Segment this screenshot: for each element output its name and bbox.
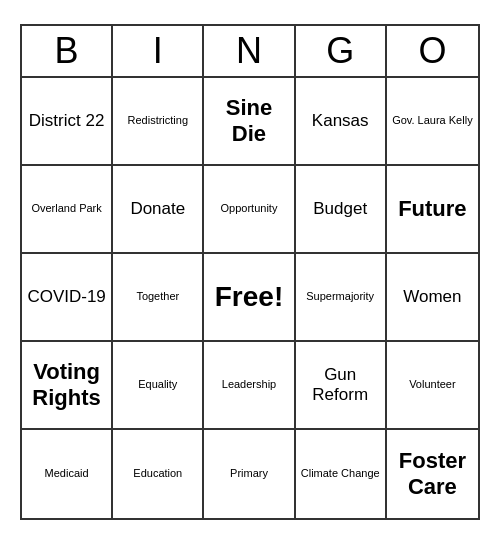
cell-text-15: Voting Rights <box>26 359 107 412</box>
cell-text-6: Donate <box>130 199 185 219</box>
bingo-cell-8: Budget <box>296 166 387 254</box>
bingo-cell-1: Redistricting <box>113 78 204 166</box>
cell-text-17: Leadership <box>222 378 276 391</box>
cell-text-21: Education <box>133 467 182 480</box>
cell-text-0: District 22 <box>29 111 105 131</box>
cell-text-16: Equality <box>138 378 177 391</box>
cell-text-4: Gov. Laura Kelly <box>392 114 473 127</box>
bingo-cell-7: Opportunity <box>204 166 295 254</box>
cell-text-14: Women <box>403 287 461 307</box>
bingo-cell-2: Sine Die <box>204 78 295 166</box>
bingo-cell-23: Climate Change <box>296 430 387 518</box>
cell-text-13: Supermajority <box>306 290 374 303</box>
header-letter-i: I <box>113 26 204 76</box>
cell-text-20: Medicaid <box>45 467 89 480</box>
bingo-cell-0: District 22 <box>22 78 113 166</box>
cell-text-7: Opportunity <box>221 202 278 215</box>
cell-text-23: Climate Change <box>301 467 380 480</box>
cell-text-12: Free! <box>215 280 283 314</box>
bingo-cell-17: Leadership <box>204 342 295 430</box>
bingo-cell-24: Foster Care <box>387 430 478 518</box>
cell-text-3: Kansas <box>312 111 369 131</box>
bingo-cell-12: Free! <box>204 254 295 342</box>
bingo-cell-18: Gun Reform <box>296 342 387 430</box>
cell-text-19: Volunteer <box>409 378 455 391</box>
bingo-cell-13: Supermajority <box>296 254 387 342</box>
cell-text-1: Redistricting <box>128 114 189 127</box>
bingo-cell-10: COVID-19 <box>22 254 113 342</box>
cell-text-18: Gun Reform <box>300 365 381 406</box>
header-letter-b: B <box>22 26 113 76</box>
bingo-header: BINGO <box>22 26 478 78</box>
cell-text-9: Future <box>398 196 466 222</box>
bingo-cell-19: Volunteer <box>387 342 478 430</box>
bingo-cell-4: Gov. Laura Kelly <box>387 78 478 166</box>
bingo-cell-15: Voting Rights <box>22 342 113 430</box>
bingo-cell-16: Equality <box>113 342 204 430</box>
header-letter-g: G <box>296 26 387 76</box>
header-letter-n: N <box>204 26 295 76</box>
cell-text-8: Budget <box>313 199 367 219</box>
bingo-cell-11: Together <box>113 254 204 342</box>
bingo-card: BINGO District 22RedistrictingSine DieKa… <box>20 24 480 520</box>
cell-text-5: Overland Park <box>31 202 101 215</box>
bingo-cell-5: Overland Park <box>22 166 113 254</box>
cell-text-22: Primary <box>230 467 268 480</box>
bingo-cell-14: Women <box>387 254 478 342</box>
header-letter-o: O <box>387 26 478 76</box>
cell-text-2: Sine Die <box>208 95 289 148</box>
cell-text-11: Together <box>136 290 179 303</box>
cell-text-10: COVID-19 <box>27 287 105 307</box>
bingo-cell-20: Medicaid <box>22 430 113 518</box>
cell-text-24: Foster Care <box>391 448 474 501</box>
bingo-cell-21: Education <box>113 430 204 518</box>
bingo-grid: District 22RedistrictingSine DieKansasGo… <box>22 78 478 518</box>
bingo-cell-6: Donate <box>113 166 204 254</box>
bingo-cell-22: Primary <box>204 430 295 518</box>
bingo-cell-9: Future <box>387 166 478 254</box>
bingo-cell-3: Kansas <box>296 78 387 166</box>
